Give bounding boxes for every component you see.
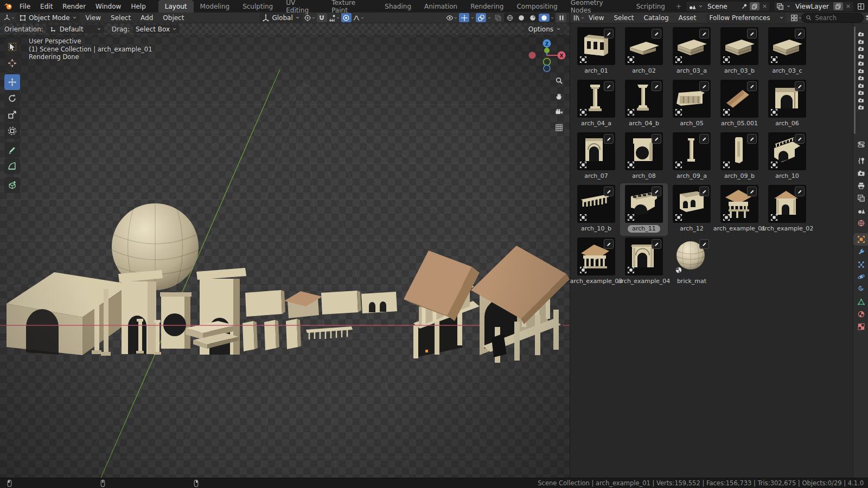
asset-item-arch_10[interactable]: arch_10 [763, 131, 811, 183]
viewlayer-name[interactable]: ViewLayer [793, 3, 831, 10]
asset-item-arch_07[interactable]: arch_07 [572, 131, 620, 183]
options-button[interactable]: Options [524, 24, 565, 34]
tab-modeling[interactable]: Modeling [194, 0, 237, 12]
asset-thumbnail[interactable] [673, 237, 711, 275]
camera-icon[interactable] [858, 82, 864, 89]
asset-thumbnail[interactable] [625, 185, 663, 223]
pivot-point-button[interactable] [304, 13, 316, 22]
asset-thumbnail[interactable] [768, 80, 806, 118]
tool-move-button[interactable] [4, 74, 20, 90]
asset-thumbnail[interactable] [577, 27, 615, 65]
camera-icon[interactable] [858, 60, 864, 67]
asset-item-arch_09_b[interactable]: arch_09_b [716, 131, 763, 183]
asset-item-arch_06[interactable]: arch_06 [763, 78, 811, 131]
chevron-down-icon[interactable] [470, 16, 475, 20]
tool-annotate-button[interactable] [4, 142, 20, 158]
asset-thumbnail[interactable] [625, 132, 663, 170]
shading-material-button[interactable] [527, 14, 538, 22]
tab-sculpting[interactable]: Sculpting [236, 0, 279, 12]
properties-tab-particles[interactable] [853, 258, 868, 271]
properties-tab-constraints[interactable] [853, 283, 868, 296]
asset-thumbnail[interactable] [577, 185, 615, 223]
viewport-menu-select[interactable]: Select [106, 14, 136, 22]
filter-button[interactable] [864, 13, 868, 22]
asset-thumbnail[interactable] [673, 132, 711, 170]
scene-name[interactable]: Scene [705, 3, 739, 10]
tool-transform-button[interactable] [4, 123, 20, 139]
overlays-button[interactable] [476, 13, 486, 22]
asset-item-arch_example_04[interactable]: arch_example_04 [620, 236, 668, 288]
falloff-button[interactable] [353, 13, 365, 22]
camera-icon[interactable] [858, 97, 864, 104]
camera-icon[interactable] [858, 46, 864, 52]
asset-thumbnail[interactable] [768, 27, 806, 65]
pin-icon[interactable] [741, 3, 748, 10]
asset-item-arch_03_b[interactable]: arch_03_b [716, 25, 763, 78]
asset-thumbnail[interactable] [720, 132, 758, 170]
asset-menu-catalog[interactable]: Catalog [639, 14, 674, 22]
asset-item-arch_example_03[interactable]: arch_example_03 [572, 236, 620, 288]
tab-layout[interactable]: Layout [158, 0, 194, 12]
import-method-dropdown[interactable]: Follow Preferences [706, 13, 787, 22]
properties-tab-viewlayer[interactable] [853, 192, 868, 204]
properties-tab-toggles[interactable] [853, 138, 868, 151]
asset-thumbnail[interactable] [577, 132, 615, 170]
workspace-layout-icon[interactable] [857, 3, 865, 10]
xray-toggle-button[interactable] [493, 13, 503, 22]
chevron-down-icon[interactable] [550, 16, 554, 20]
editor-type-button[interactable] [573, 13, 584, 22]
grid-view-button[interactable] [553, 121, 565, 133]
axis-y-ball[interactable] [544, 48, 550, 53]
tab-compositing[interactable]: Compositing [510, 0, 564, 12]
pause-render-button[interactable] [556, 13, 566, 22]
orientation-dropdown[interactable]: Global [259, 13, 302, 22]
shading-solid-button[interactable] [516, 14, 527, 22]
asset-item-brick_mat[interactable]: brick_mat [668, 236, 716, 288]
mode-dropdown[interactable]: Object Mode [16, 13, 80, 22]
tab-animation[interactable]: Animation [418, 0, 464, 12]
asset-item-arch_03_c[interactable]: arch_03_c [763, 25, 811, 78]
asset-item-arch_08[interactable]: arch_08 [620, 131, 668, 183]
tool-add-cube-button[interactable] [4, 177, 20, 193]
proportional-edit-button[interactable] [341, 13, 352, 22]
tool-measure-button[interactable] [4, 158, 20, 174]
camera-icon[interactable] [858, 104, 864, 111]
viewlayer-selector[interactable]: ViewLayer [774, 1, 854, 12]
asset-thumbnail[interactable] [720, 185, 758, 223]
drag-dropdown[interactable]: Select Box [133, 24, 180, 34]
add-workspace-button[interactable]: + [672, 0, 686, 12]
properties-tab-texture[interactable] [853, 320, 868, 333]
asset-thumbnail[interactable] [577, 237, 615, 275]
editor-type-button[interactable] [3, 13, 15, 22]
menu-edit[interactable]: Edit [35, 3, 58, 10]
visibility-button[interactable] [446, 13, 458, 22]
asset-thumbnail[interactable] [577, 80, 615, 118]
blender-logo-icon[interactable] [3, 2, 12, 11]
properties-tab-tool[interactable] [853, 155, 868, 167]
shading-rendered-button[interactable] [539, 14, 550, 22]
viewport-menu-view[interactable]: View [81, 14, 106, 22]
close-icon[interactable] [845, 3, 851, 9]
asset-item-arch_example_01[interactable]: arch_example_01 [716, 183, 763, 236]
menu-help[interactable]: Help [126, 3, 150, 10]
scene-selector[interactable]: Scene [686, 1, 770, 12]
tab-scripting[interactable]: Scripting [630, 0, 672, 12]
menu-window[interactable]: Window [91, 3, 126, 10]
tab-uv-editing[interactable]: UV Editing [279, 0, 325, 12]
tool-scale-button[interactable] [4, 107, 20, 123]
new-scene-button[interactable] [750, 2, 760, 10]
asset-item-arch_05[interactable]: arch_05 [668, 78, 716, 131]
asset-item-arch_03_a[interactable]: arch_03_a [668, 25, 716, 78]
asset-thumbnail[interactable] [768, 132, 806, 170]
camera-icon[interactable] [858, 68, 864, 74]
close-icon[interactable] [762, 3, 768, 9]
asset-thumbnail[interactable] [625, 27, 663, 65]
snap-toggle-button[interactable] [317, 13, 327, 22]
display-mode-button[interactable] [791, 13, 801, 22]
camera-icon[interactable] [858, 38, 864, 45]
pan-view-button[interactable] [553, 90, 565, 102]
snap-target-button[interactable] [328, 13, 340, 22]
tool-rotate-button[interactable] [4, 91, 20, 106]
asset-thumbnail[interactable] [720, 27, 758, 65]
search-field[interactable] [801, 13, 864, 23]
